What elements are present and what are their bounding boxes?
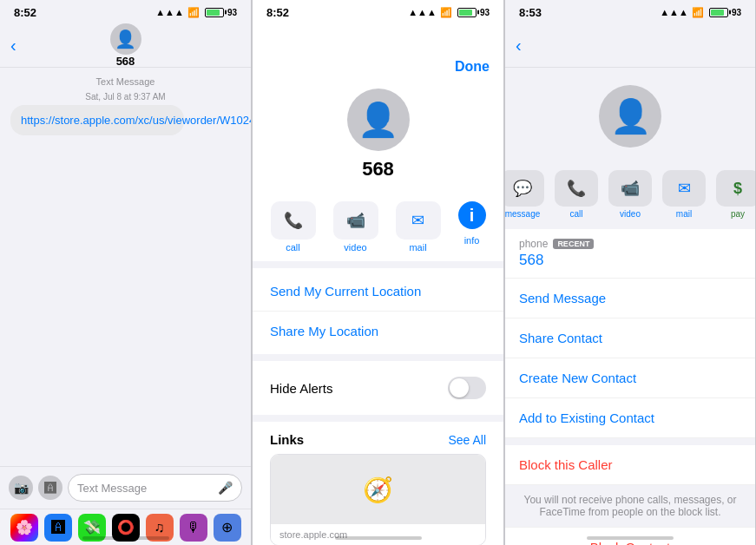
- mail-label: mail: [409, 242, 426, 253]
- video-quick-action[interactable]: 📹 video: [608, 170, 652, 219]
- input-placeholder: Text Message: [77, 482, 147, 495]
- call-icon: 📞: [271, 201, 316, 240]
- create-contact-row[interactable]: Create New Contact: [505, 358, 755, 398]
- video-action-label: video: [620, 209, 641, 219]
- pay-quick-action[interactable]: $ pay: [716, 170, 756, 219]
- message-date: Sat, Jul 8 at 9:37 AM: [10, 92, 240, 102]
- info-action[interactable]: i info: [458, 201, 486, 253]
- message-bubble: https://store.apple.com/xc/us/vieworder/…: [10, 105, 184, 135]
- messages-nav: ‹ 👤 568: [0, 24, 251, 68]
- text-input[interactable]: Text Message 🎤: [68, 474, 242, 502]
- status-bar-1: 8:52 ▲▲▲ 📶 93: [0, 0, 251, 24]
- hide-alerts-label: Hide Alerts: [270, 381, 333, 396]
- video-label: video: [344, 242, 366, 253]
- sheet-quick-actions: 📞 call 📹 video ✉ mail i info: [253, 193, 503, 261]
- contact-avatar-1[interactable]: 👤: [110, 23, 141, 55]
- call-action-icon: 📞: [555, 170, 598, 207]
- mail-action[interactable]: ✉ mail: [396, 201, 441, 253]
- add-existing-row[interactable]: Add to Existing Contact: [505, 398, 755, 438]
- sheet-contact-name: 568: [362, 158, 394, 181]
- links-title: Links: [270, 432, 304, 447]
- status-bar-3: 8:53 ▲▲▲ 📶 93: [505, 0, 755, 24]
- phone-row: phone RECENT 568: [505, 229, 755, 279]
- mic-icon: 🎤: [218, 481, 233, 495]
- contact-info: phone RECENT 568: [505, 229, 755, 279]
- hide-alerts-row: Hide Alerts: [253, 364, 503, 411]
- contact-nav: ‹: [505, 24, 755, 68]
- home-indicator-3: [587, 536, 674, 540]
- message-quick-action[interactable]: 💬 message: [504, 170, 544, 219]
- info-icon: i: [458, 201, 486, 229]
- block-caller-label: Block this Caller: [519, 457, 613, 472]
- signal-icon-3: ▲▲▲: [660, 7, 688, 17]
- wifi-icon-2: 📶: [440, 7, 452, 18]
- call-action[interactable]: 📞 call: [271, 201, 316, 253]
- home-indicator-2: [335, 536, 422, 540]
- contact-sheet: Done 👤 568 📞 call 📹 video ✉ mail i: [253, 49, 503, 545]
- pay-action-label: pay: [731, 209, 745, 219]
- appstore-button[interactable]: 🅰: [38, 476, 62, 500]
- phone-label-row: phone RECENT: [519, 238, 741, 250]
- dock-photos[interactable]: 🌸: [10, 514, 38, 542]
- status-icons-1: ▲▲▲ 📶 93: [155, 7, 237, 18]
- status-icons-2: ▲▲▲ 📶 93: [408, 7, 490, 18]
- divider-1: [253, 261, 503, 268]
- contact-actions-list: Send Message Share Contact Create New Co…: [505, 279, 755, 438]
- contact-quick-actions: 💬 message 📞 call 📹 video ✉ mail $ pay: [505, 163, 755, 229]
- dock-another[interactable]: ⊕: [214, 514, 241, 542]
- call-quick-action[interactable]: 📞 call: [555, 170, 598, 219]
- video-action[interactable]: 📹 video: [333, 201, 378, 253]
- mail-action-label: mail: [676, 209, 692, 219]
- send-message-row[interactable]: Send Message: [505, 279, 755, 318]
- contact-avatar-section: 👤: [505, 68, 755, 163]
- mail-action-icon: ✉: [662, 170, 706, 207]
- share-contact-row[interactable]: Share Contact: [505, 318, 755, 358]
- signal-icon: ▲▲▲: [155, 7, 184, 17]
- pay-action-icon: $: [716, 170, 756, 207]
- call-label: call: [286, 242, 300, 253]
- status-bar-2: 8:52 ▲▲▲ 📶 93: [253, 0, 503, 24]
- camera-button[interactable]: 📷: [9, 476, 33, 500]
- info-label: info: [464, 235, 480, 246]
- screen-contact-detail: 8:53 ▲▲▲ 📶 93 ‹ 👤 💬 message 📞 call 📹: [504, 0, 756, 545]
- time-2: 8:52: [266, 6, 289, 19]
- back-button-1[interactable]: ‹: [10, 36, 16, 56]
- message-link[interactable]: https://store.apple.com/xc/us/vieworder/…: [21, 114, 252, 127]
- divider-3: [253, 415, 503, 422]
- person-icon-2: 👤: [358, 101, 398, 139]
- dock-appstore[interactable]: 🅰: [44, 514, 72, 542]
- call-action-label: call: [569, 209, 582, 219]
- phone-number[interactable]: 568: [519, 252, 741, 269]
- send-location-row[interactable]: Send My Current Location: [253, 272, 503, 312]
- block-section: Block this Caller You will not receive p…: [505, 445, 755, 545]
- divider-2: [253, 354, 503, 361]
- link-card[interactable]: 🧭 store.apple.com: [270, 454, 486, 545]
- messages-area: Text Message Sat, Jul 8 at 9:37 AM https…: [0, 68, 251, 151]
- battery-icon-3: [709, 8, 728, 17]
- block-caller-row[interactable]: Block this Caller: [505, 445, 755, 485]
- person-icon-1: 👤: [115, 29, 136, 49]
- done-button[interactable]: Done: [455, 59, 490, 75]
- link-domain: store.apple.com: [271, 524, 485, 545]
- location-section: Send My Current Location Share My Locati…: [253, 268, 503, 354]
- see-all-button[interactable]: See All: [448, 433, 486, 447]
- dock-podcasts[interactable]: 🎙: [180, 514, 207, 542]
- sheet-header: Done: [253, 49, 503, 82]
- back-button-3[interactable]: ‹: [516, 36, 522, 56]
- alerts-section: Hide Alerts: [253, 361, 503, 415]
- block-notice: You will not receive phone calls, messag…: [505, 485, 755, 528]
- message-action-icon: 💬: [504, 170, 544, 207]
- wifi-icon-3: 📶: [692, 7, 704, 18]
- home-indicator-1: [82, 536, 169, 540]
- link-thumbnail: 🧭: [271, 455, 485, 524]
- battery-icon-2: [457, 8, 477, 17]
- mail-quick-action[interactable]: ✉ mail: [662, 170, 706, 219]
- sheet-avatar-section: 👤 568: [253, 82, 503, 193]
- input-area: 📷 🅰 Text Message 🎤: [0, 466, 251, 509]
- share-location-row[interactable]: Share My Location: [253, 312, 503, 351]
- links-header: Links See All: [253, 422, 503, 454]
- battery-pct-3: 93: [732, 8, 741, 17]
- hide-alerts-toggle[interactable]: [448, 377, 486, 399]
- screen-contact-sheet: 8:52 ▲▲▲ 📶 93 Done 👤 568 📞 call: [252, 0, 504, 545]
- video-action-icon: 📹: [608, 170, 652, 207]
